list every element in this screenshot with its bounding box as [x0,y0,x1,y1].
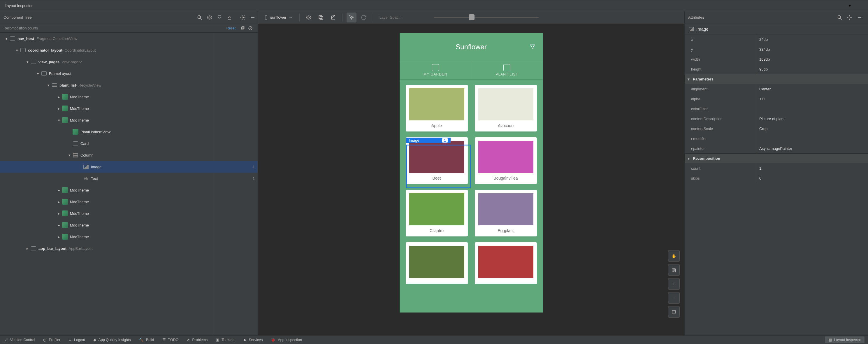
tool-window-tab[interactable]: 🔨Build [139,338,154,342]
minimize-attrs-icon[interactable] [855,12,865,23]
device-dropdown[interactable]: sunflower [261,13,295,22]
tree-node[interactable]: ▸app_bar_layout - AppBarLayout [0,243,258,254]
toolbar: Component Tree sunflower Layer Spaci... [0,11,868,24]
plant-card[interactable]: Apple [406,85,468,131]
tool-window-tab[interactable]: ◆App Quality Insights [93,338,131,342]
selection-tag: Image 1 [406,137,451,143]
attr-row[interactable]: alpha1.0 [685,94,868,104]
zoom-in-icon[interactable]: + [668,278,680,290]
search-icon[interactable] [195,12,205,23]
tree-node[interactable]: ▾coordinator_layout - CoordinatorLayout [0,44,258,56]
tree-node[interactable]: ▸MdcTheme [0,231,258,243]
plant-card[interactable]: Bougainvillea [475,137,537,184]
filter-icon[interactable] [528,42,537,51]
svg-line-3 [200,18,202,20]
svg-rect-24 [672,311,676,313]
plant-card[interactable]: Beet [406,137,468,184]
minimize-icon[interactable] [856,2,863,9]
tree-panel-title: Component Tree [3,15,195,20]
tree-node[interactable]: ▸MdcTheme [0,219,258,231]
attr-row[interactable]: contentDescriptionPicture of plant [685,114,868,124]
svg-rect-10 [320,16,323,19]
app-title: Sunflower [456,43,487,51]
plant-card[interactable]: Eggplant [475,190,537,237]
tool-window-tab[interactable]: ☰TODO [162,338,179,342]
tree-node[interactable]: ▾MdcTheme [0,114,258,126]
attr-row[interactable]: ▸modifier [685,133,868,144]
search-icon-attrs[interactable] [835,12,845,23]
tree-node[interactable]: PlantListItemView [0,126,258,137]
tree-node[interactable]: AbText1 [0,173,258,184]
snapshot-icon[interactable] [316,12,326,23]
layer-spacing-slider[interactable] [434,17,539,19]
tool-window-tab[interactable]: ⊘Problems [187,338,208,342]
tree-node[interactable]: ▾nav_host - FragmentContainerView [0,33,258,44]
window-titlebar: Layout Inspector [0,0,868,11]
minimize-panel-icon[interactable] [248,12,258,23]
svg-point-11 [838,15,841,19]
settings-icon[interactable] [238,12,248,23]
plant-card[interactable]: Cilantro [406,190,468,237]
attr-row[interactable]: colorFilter [685,104,868,114]
copy-icon[interactable] [239,25,247,32]
fit-icon[interactable] [668,306,680,318]
tree-node[interactable]: ▾view_pager - ViewPager2 [0,56,258,68]
plant-card[interactable] [406,242,468,284]
no-entry-icon[interactable] [247,25,254,32]
tool-window-tab[interactable]: ≣Logcat [68,338,85,342]
tool-window-tab[interactable]: ▶Services [244,338,263,342]
tree-node[interactable]: ▾plant_list - RecyclerView [0,79,258,91]
tab-my-garden[interactable]: MY GARDEN [400,61,472,79]
tree-node[interactable]: Card [0,137,258,149]
attr-row[interactable]: width169dp [685,54,868,64]
svg-point-8 [308,17,309,18]
reset-link[interactable]: Reset [226,26,236,30]
gear-icon-attrs[interactable] [845,12,855,23]
eye-icon-2[interactable] [304,12,314,23]
attr-row[interactable]: skips0 [685,173,868,183]
tree-node[interactable]: ▸MdcTheme [0,208,258,219]
select-mode-icon[interactable] [346,12,356,23]
svg-point-5 [242,17,244,18]
tool-window-tab[interactable]: 🐞App Inspection [271,338,302,342]
attr-row[interactable]: count1 [685,163,868,173]
attr-section-header[interactable]: ▾Parameters [685,74,868,84]
pan-icon[interactable]: ✋ [668,250,680,262]
layout-preview[interactable]: Sunflower MY GARDEN PLANT LIST App [258,24,684,335]
tree-node[interactable]: ▸MdcTheme [0,184,258,196]
layers-icon[interactable] [668,264,680,276]
svg-line-12 [841,18,842,20]
gear-icon[interactable] [846,2,854,9]
tree-node[interactable]: ▸MdcTheme [0,91,258,103]
tree-node[interactable]: ▸MdcTheme [0,196,258,208]
expand-icon[interactable] [224,12,234,23]
attr-row[interactable]: contentScaleCrop [685,124,868,133]
tool-window-tab[interactable]: ▣Terminal [216,338,235,342]
tree-node[interactable]: ▸MdcTheme [0,103,258,114]
svg-point-13 [849,17,850,18]
plant-card[interactable]: Avocado [475,85,537,131]
attr-row[interactable]: alignmentCenter [685,84,868,94]
attr-row[interactable]: height95dp [685,64,868,74]
svg-line-18 [249,27,252,29]
attr-section-header[interactable]: ▾Recomposition [685,153,868,163]
export-icon[interactable] [328,12,338,23]
phone-icon [264,15,269,20]
tool-window-tab[interactable]: ⎇Version Control [3,338,35,342]
plant-card[interactable] [475,242,537,284]
svg-rect-7 [265,16,267,19]
collapse-icon[interactable] [215,12,224,23]
tool-window-tab-active[interactable]: ▦Layout Inspector [825,337,865,343]
tab-plant-list[interactable]: PLANT LIST [471,61,543,79]
zoom-out-icon[interactable]: − [668,292,680,304]
attr-row[interactable]: ▸painterAsyncImagePainter [685,144,868,153]
refresh-icon[interactable] [359,12,369,23]
tree-node[interactable]: Image1 [0,161,258,173]
attr-row[interactable]: x24dp [685,34,868,44]
attr-row[interactable]: y334dp [685,44,868,54]
tree-node[interactable]: ▾Column [0,149,258,161]
selected-element-name: Image [696,27,709,31]
eye-icon[interactable] [205,12,215,23]
tool-window-tab[interactable]: ◷Profiler [43,338,60,342]
tree-node[interactable]: ▾FrameLayout [0,68,258,79]
